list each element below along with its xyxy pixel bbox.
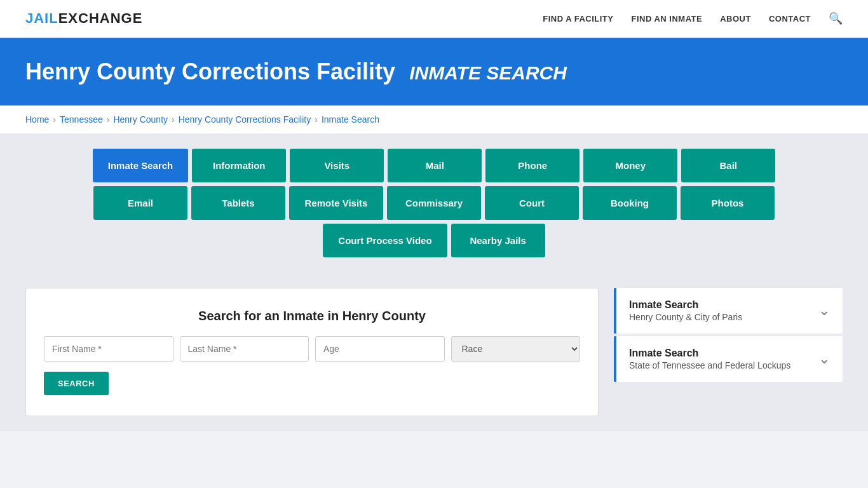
- breadcrumb-sep-2: ›: [107, 114, 110, 125]
- first-name-input[interactable]: [44, 336, 173, 362]
- tab-court[interactable]: Court: [485, 186, 579, 220]
- tab-visits[interactable]: Visits: [290, 149, 384, 182]
- logo-part2: EXCHANGE: [58, 10, 143, 26]
- breadcrumb-facility[interactable]: Henry County Corrections Facility: [179, 114, 311, 125]
- sidebar: Inmate Search Henry County & City of Par…: [614, 288, 843, 416]
- tab-photos[interactable]: Photos: [681, 186, 775, 220]
- tab-nearby-jails[interactable]: Nearby Jails: [451, 224, 545, 257]
- tab-bail[interactable]: Bail: [681, 149, 775, 182]
- tabs-row-1: Inmate Search Information Visits Mail Ph…: [25, 149, 843, 182]
- nav-about[interactable]: ABOUT: [720, 14, 751, 24]
- tab-information[interactable]: Information: [192, 149, 286, 182]
- hero-banner: Henry County Corrections Facility INMATE…: [0, 38, 868, 105]
- nav-contact[interactable]: CONTACT: [769, 14, 811, 24]
- race-select[interactable]: Race White Black Hispanic Asian Other: [451, 336, 581, 362]
- chevron-down-icon: ⌄: [818, 302, 830, 319]
- breadcrumb-home[interactable]: Home: [25, 114, 49, 125]
- search-button[interactable]: SEARCH: [44, 372, 109, 395]
- tabs-row-2: Email Tablets Remote Visits Commissary C…: [25, 186, 843, 220]
- breadcrumb-sep-3: ›: [172, 114, 175, 125]
- sidebar-item-henry-county-title: Inmate Search: [629, 299, 742, 311]
- sidebar-item-tennessee-subtitle: State of Tennessee and Federal Lockups: [629, 360, 790, 370]
- tab-inmate-search[interactable]: Inmate Search: [93, 149, 189, 182]
- search-icon[interactable]: 🔍: [829, 12, 843, 25]
- nav-links: FIND A FACILITY FIND AN INMATE ABOUT CON…: [543, 11, 843, 25]
- search-form-row: Race White Black Hispanic Asian Other: [44, 336, 580, 362]
- tabs-section: Inmate Search Information Visits Mail Ph…: [0, 133, 868, 273]
- tab-tablets[interactable]: Tablets: [191, 186, 285, 220]
- last-name-input[interactable]: [180, 336, 309, 362]
- sidebar-item-tennessee-title: Inmate Search: [629, 348, 790, 359]
- hero-title: Henry County Corrections Facility INMATE…: [25, 58, 843, 85]
- tab-money[interactable]: Money: [583, 149, 677, 182]
- nav-find-facility[interactable]: FIND A FACILITY: [543, 14, 613, 24]
- tab-phone[interactable]: Phone: [485, 149, 580, 182]
- tab-mail[interactable]: Mail: [388, 149, 482, 182]
- breadcrumb-tennessee[interactable]: Tennessee: [60, 114, 103, 125]
- sidebar-item-tennessee[interactable]: Inmate Search State of Tennessee and Fed…: [614, 336, 843, 382]
- search-form-title: Search for an Inmate in Henry County: [44, 309, 580, 323]
- site-logo[interactable]: JAILEXCHANGE: [25, 10, 142, 27]
- tab-booking[interactable]: Booking: [583, 186, 677, 220]
- navbar: JAILEXCHANGE FIND A FACILITY FIND AN INM…: [0, 0, 868, 38]
- tab-remote-visits[interactable]: Remote Visits: [289, 186, 383, 220]
- search-form-box: Search for an Inmate in Henry County Rac…: [25, 288, 599, 416]
- breadcrumb-henry-county[interactable]: Henry County: [113, 114, 168, 125]
- sidebar-item-henry-county[interactable]: Inmate Search Henry County & City of Par…: [614, 288, 843, 334]
- sidebar-item-henry-county-text: Inmate Search Henry County & City of Par…: [629, 299, 742, 322]
- breadcrumb-sep-4: ›: [315, 114, 318, 125]
- content-area: Search for an Inmate in Henry County Rac…: [0, 273, 868, 431]
- breadcrumb-sep-1: ›: [53, 114, 56, 125]
- age-input[interactable]: [315, 336, 445, 362]
- nav-find-inmate[interactable]: FIND AN INMATE: [631, 14, 702, 24]
- chevron-down-icon-2: ⌄: [818, 351, 830, 367]
- logo-part1: JAIL: [25, 10, 58, 26]
- tab-court-process-video[interactable]: Court Process Video: [323, 224, 447, 257]
- breadcrumb: Home › Tennessee › Henry County › Henry …: [0, 105, 868, 133]
- tab-commissary[interactable]: Commissary: [387, 186, 481, 220]
- breadcrumb-current: Inmate Search: [322, 114, 379, 125]
- tabs-row-3: Court Process Video Nearby Jails: [25, 224, 843, 257]
- tab-email[interactable]: Email: [93, 186, 187, 220]
- sidebar-item-henry-county-subtitle: Henry County & City of Paris: [629, 312, 742, 322]
- sidebar-item-tennessee-text: Inmate Search State of Tennessee and Fed…: [629, 348, 790, 370]
